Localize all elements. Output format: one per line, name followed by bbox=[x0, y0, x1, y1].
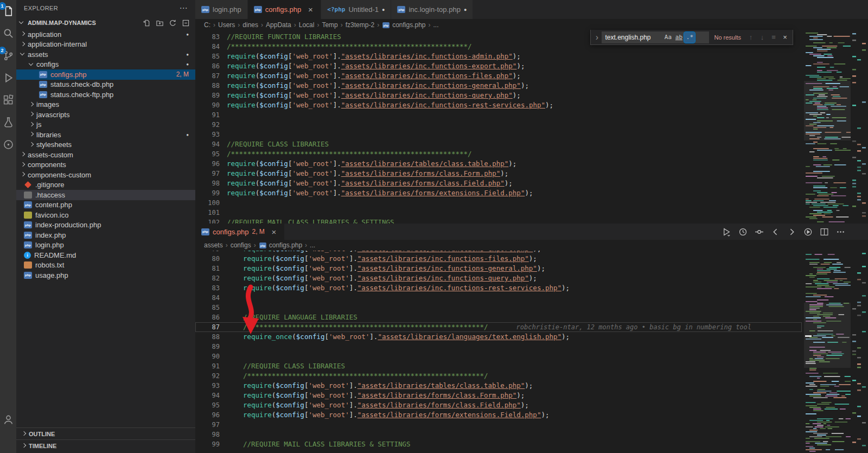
tree-item[interactable]: assets● bbox=[16, 49, 195, 60]
code-line[interactable]: 87require($config['web_root']."assets/li… bbox=[195, 71, 802, 81]
line-number[interactable]: 87 bbox=[195, 71, 220, 81]
code-line[interactable]: 99require($config['web_root']."assets/li… bbox=[195, 188, 802, 198]
code-line[interactable]: 80require($config['web_root']."assets/li… bbox=[195, 254, 802, 264]
source-control-icon[interactable]: 2 bbox=[2, 50, 15, 63]
line-number[interactable]: 91 bbox=[195, 110, 220, 120]
tree-item[interactable]: phpindex-production.php bbox=[16, 220, 195, 231]
code-line[interactable]: 90 bbox=[195, 352, 802, 361]
testing-icon[interactable] bbox=[2, 117, 15, 130]
tree-item[interactable]: iREADME.md bbox=[16, 250, 195, 260]
code-line[interactable]: 89 bbox=[195, 342, 802, 352]
breadcrumb-item[interactable]: phpconfigs.php bbox=[259, 241, 302, 249]
line-number[interactable]: 97 bbox=[195, 420, 220, 430]
tab-configs-php[interactable]: phpconfigs.php× bbox=[248, 0, 322, 19]
breadcrumb-item[interactable]: AppData bbox=[266, 21, 291, 29]
find-in-selection-icon[interactable]: ≡ bbox=[769, 33, 778, 41]
line-number[interactable]: 98 bbox=[195, 178, 220, 188]
line-number[interactable]: 102 bbox=[195, 218, 220, 224]
line-number[interactable]: 94 bbox=[195, 391, 220, 400]
code-line[interactable]: 92/*************************************… bbox=[195, 371, 802, 381]
breadcrumb-item[interactable]: Temp bbox=[322, 21, 337, 29]
tree-item[interactable]: stylesheets bbox=[16, 140, 195, 150]
breadcrumb-item[interactable]: assets bbox=[204, 241, 223, 249]
line-number[interactable]: 80 bbox=[195, 254, 220, 264]
match-case-icon[interactable]: Aa bbox=[662, 32, 673, 43]
search-icon[interactable] bbox=[2, 28, 15, 41]
code-line[interactable]: 85 bbox=[195, 303, 802, 312]
collapse-all-icon[interactable] bbox=[182, 19, 190, 27]
line-number[interactable]: 100 bbox=[195, 198, 220, 208]
line-number[interactable]: 88 bbox=[195, 81, 220, 91]
line-number[interactable]: 101 bbox=[195, 208, 220, 218]
line-number[interactable]: 93 bbox=[195, 130, 220, 139]
breadcrumb-item[interactable]: C: bbox=[204, 21, 210, 29]
line-number[interactable]: 94 bbox=[195, 139, 220, 149]
split-editor-icon[interactable] bbox=[820, 227, 829, 237]
tree-item[interactable]: phplogin.php bbox=[16, 240, 195, 251]
code-line[interactable]: 95require($config['web_root']."assets/li… bbox=[195, 400, 802, 410]
line-number[interactable]: 99 bbox=[195, 439, 220, 449]
new-file-icon[interactable] bbox=[143, 19, 151, 27]
line-number[interactable]: 83 bbox=[195, 283, 220, 293]
code-line[interactable]: 101 bbox=[195, 208, 802, 218]
tree-item[interactable]: js bbox=[16, 120, 195, 130]
line-number[interactable]: 96 bbox=[195, 159, 220, 169]
breadcrumb-item[interactable]: configs bbox=[231, 241, 251, 249]
code-line[interactable]: 95/*************************************… bbox=[195, 149, 802, 159]
extensions-icon[interactable] bbox=[2, 94, 15, 107]
account-icon[interactable] bbox=[2, 414, 15, 427]
minimap[interactable] bbox=[804, 31, 851, 224]
tree-item[interactable]: phpconfigs.php2, M bbox=[16, 69, 195, 80]
code-line[interactable]: 89require($config['web_root']."assets/li… bbox=[195, 91, 802, 100]
line-number[interactable]: 90 bbox=[195, 352, 220, 361]
whole-word-icon[interactable]: ab bbox=[673, 32, 684, 43]
tree-item[interactable]: components-custom bbox=[16, 170, 195, 180]
run-all-icon[interactable] bbox=[803, 227, 813, 237]
code-line[interactable]: 91//REQUIRE CLASS LIBRARIES bbox=[195, 361, 802, 371]
code-line[interactable]: 88require($config['web_root']."assets/li… bbox=[195, 81, 802, 91]
search-input[interactable] bbox=[605, 34, 662, 41]
tree-item[interactable]: .htaccess bbox=[16, 190, 195, 200]
line-number[interactable]: 92 bbox=[195, 371, 220, 381]
tree-item[interactable]: configs● bbox=[16, 60, 195, 70]
code-line[interactable]: 90require($config['web_root']."assets/li… bbox=[195, 100, 802, 110]
remote-icon[interactable] bbox=[2, 139, 15, 152]
code-line[interactable]: 100 bbox=[195, 198, 802, 208]
commit-icon[interactable] bbox=[755, 227, 764, 237]
overview-ruler[interactable] bbox=[851, 31, 868, 224]
code-line[interactable]: 93 bbox=[195, 130, 802, 139]
overview-ruler[interactable] bbox=[851, 251, 868, 453]
line-number[interactable]: 95 bbox=[195, 400, 220, 410]
code-line[interactable]: 102//REQUIRE MAIL CLASS LIBRARIES & SETT… bbox=[195, 218, 802, 224]
code-line[interactable]: 98require($config['web_root']."assets/li… bbox=[195, 178, 802, 188]
tree-item[interactable]: assets-custom bbox=[16, 150, 195, 160]
line-number[interactable]: 86 bbox=[195, 312, 220, 322]
close-icon[interactable]: × bbox=[780, 33, 790, 41]
tree-item[interactable]: robots.txt bbox=[16, 260, 195, 271]
panel-outline[interactable]: OUTLINE bbox=[16, 428, 195, 439]
code-line[interactable]: 97require($config['web_root']."assets/li… bbox=[195, 169, 802, 178]
tree-item[interactable]: javascripts bbox=[16, 110, 195, 120]
code-line[interactable]: 88require_once($config['web_root']."asse… bbox=[195, 332, 802, 342]
code-line[interactable]: 99//REQUIRE MAIL CLASS LIBRARIES & SETTI… bbox=[195, 439, 802, 449]
line-number[interactable]: 98 bbox=[195, 430, 220, 439]
line-number[interactable]: 97 bbox=[195, 169, 220, 178]
line-number[interactable]: 89 bbox=[195, 342, 220, 352]
line-number[interactable]: 86 bbox=[195, 61, 220, 71]
back-icon[interactable] bbox=[771, 227, 780, 237]
code-line[interactable]: 81require($config['web_root']."assets/li… bbox=[195, 264, 802, 273]
line-number[interactable]: 90 bbox=[195, 100, 220, 110]
tree-item[interactable]: components bbox=[16, 160, 195, 170]
code-line[interactable]: 82require($config['web_root']."assets/li… bbox=[195, 273, 802, 283]
refresh-icon[interactable] bbox=[169, 19, 177, 27]
line-number[interactable]: 84 bbox=[195, 293, 220, 303]
line-number[interactable]: 82 bbox=[195, 273, 220, 283]
line-number[interactable]: 85 bbox=[195, 303, 220, 312]
explorer-icon[interactable]: 1 bbox=[2, 5, 15, 18]
breadcrumb-item[interactable]: Users bbox=[218, 21, 235, 29]
tab-untitled-1[interactable]: <?phpUntitled-1● bbox=[321, 0, 391, 19]
chevron-right-icon[interactable]: › bbox=[593, 33, 600, 42]
tab-inc-login-top-php[interactable]: phpinc.login-top.php● bbox=[391, 0, 473, 19]
line-number[interactable]: 87 bbox=[195, 322, 220, 332]
tree-item[interactable]: phpcontent.php bbox=[16, 200, 195, 210]
